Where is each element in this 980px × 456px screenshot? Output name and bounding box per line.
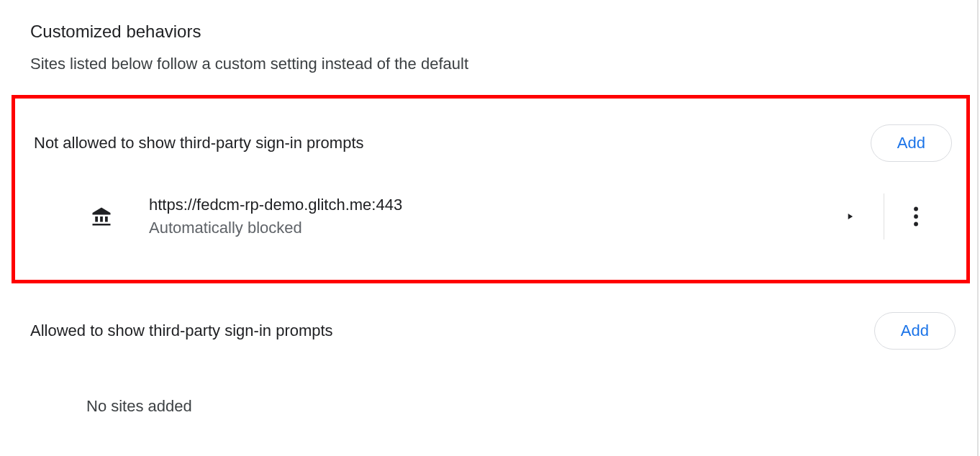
site-actions	[816, 189, 948, 244]
not-allowed-header: Not allowed to show third-party sign-in …	[15, 107, 966, 179]
more-actions-button[interactable]	[884, 189, 948, 244]
settings-panel: Customized behaviors Sites listed below …	[0, 0, 979, 456]
allowed-title: Allowed to show third-party sign-in prom…	[30, 322, 333, 340]
svg-point-2	[914, 222, 918, 227]
not-allowed-title: Not allowed to show third-party sign-in …	[34, 134, 364, 152]
section-description: Sites listed below follow a custom setti…	[0, 55, 977, 95]
section-title: Customized behaviors	[0, 0, 977, 55]
allowed-header: Allowed to show third-party sign-in prom…	[0, 283, 977, 367]
allowed-empty-text: No sites added	[0, 367, 977, 416]
site-info: https://fedcm-rp-demo.glitch.me:443 Auto…	[149, 196, 816, 237]
site-status: Automatically blocked	[149, 219, 816, 237]
chevron-right-icon	[845, 211, 855, 222]
add-not-allowed-button[interactable]: Add	[871, 124, 952, 162]
add-allowed-button[interactable]: Add	[874, 312, 956, 350]
institution-icon	[87, 206, 116, 227]
not-allowed-section: Not allowed to show third-party sign-in …	[12, 95, 970, 283]
expand-site-button[interactable]	[816, 194, 884, 239]
site-row[interactable]: https://fedcm-rp-demo.glitch.me:443 Auto…	[15, 179, 966, 254]
svg-point-1	[914, 214, 918, 219]
more-vert-icon	[913, 206, 919, 227]
site-url: https://fedcm-rp-demo.glitch.me:443	[149, 196, 816, 214]
allowed-section: Allowed to show third-party sign-in prom…	[0, 283, 977, 416]
svg-point-0	[914, 207, 918, 211]
